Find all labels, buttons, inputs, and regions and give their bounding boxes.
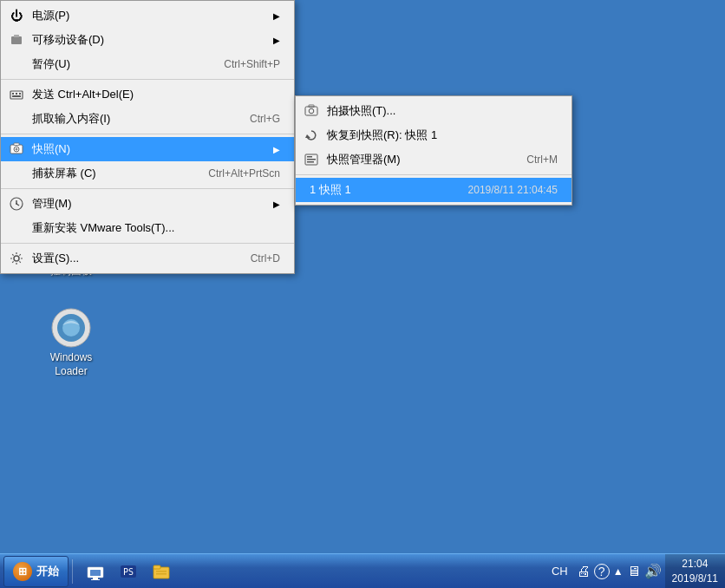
taskbar-quicklaunch: PS bbox=[76, 558, 180, 585]
shortcut-capturescreen: Ctrl+Alt+PrtScn bbox=[208, 167, 280, 180]
svg-rect-10 bbox=[10, 91, 23, 99]
start-button[interactable]: 开始 bbox=[3, 556, 69, 587]
svg-rect-24 bbox=[305, 107, 317, 115]
taskbar-lang: CH bbox=[546, 565, 573, 578]
removable-icon bbox=[8, 31, 25, 49]
svg-text:PS: PS bbox=[123, 567, 134, 577]
svg-rect-18 bbox=[14, 143, 19, 146]
manager-icon bbox=[303, 151, 320, 168]
submenu-label-take: 拍摄快照(T)... bbox=[327, 103, 395, 119]
manage-icon bbox=[8, 195, 25, 212]
menu-label-capture: 抓取输入内容(I) bbox=[32, 111, 110, 127]
shortcut-capture: Ctrl+G bbox=[250, 113, 280, 125]
desktop-icon-winloader[interactable]: WindowsLoader bbox=[36, 308, 106, 378]
shortcut-pause: Ctrl+Shift+P bbox=[224, 58, 280, 70]
arrow-icon-manage: ▶ bbox=[273, 199, 280, 209]
menu-item-capturescreen[interactable]: 捕获屏幕 (C) Ctrl+Alt+PrtScn bbox=[1, 161, 294, 186]
submenu-label-manager: 快照管理器(M) bbox=[327, 152, 401, 167]
menu-item-reinstall[interactable]: 重新安装 VMware Tools(T)... bbox=[1, 216, 294, 240]
svg-rect-34 bbox=[93, 578, 98, 579]
shortcut-manager: Ctrl+M bbox=[526, 154, 558, 166]
svg-rect-35 bbox=[91, 579, 100, 580]
taskbar-icon-network[interactable] bbox=[82, 558, 109, 585]
svg-rect-12 bbox=[16, 93, 17, 95]
separator-4 bbox=[1, 243, 294, 244]
svg-rect-33 bbox=[90, 570, 101, 576]
restore-icon bbox=[303, 127, 320, 144]
menu-label-removable: 可移动设备(D) bbox=[32, 32, 104, 48]
svg-rect-9 bbox=[14, 35, 19, 37]
taskbar-speaker-icon: 🔊 bbox=[644, 563, 662, 579]
menu-item-ctrlaltdel[interactable]: 发送 Ctrl+Alt+Del(E) bbox=[1, 82, 294, 107]
taskbar-chevron-icon[interactable]: ▲ bbox=[613, 565, 624, 578]
menu-label-reinstall: 重新安装 VMware Tools(T)... bbox=[32, 220, 174, 236]
submenu-item-snapshot1[interactable]: 1 快照 1 2019/8/11 21:04:45 bbox=[296, 178, 572, 202]
taskbar-icon-terminal[interactable]: PS bbox=[114, 558, 142, 585]
taskbar-help-icon: ? bbox=[594, 564, 610, 579]
taskbar-clock[interactable]: 21:04 2019/8/11 bbox=[665, 554, 725, 588]
arrow-icon: ▶ bbox=[273, 11, 280, 21]
winloader-label: WindowsLoader bbox=[50, 351, 93, 378]
taskbar-printer-icon: 🖨 bbox=[577, 564, 591, 579]
submenu-label-snapshot1: 1 快照 1 bbox=[310, 182, 351, 198]
winloader-icon bbox=[51, 308, 91, 348]
svg-rect-13 bbox=[19, 93, 21, 95]
desktop: ☁ 控制面板 WindowsLoader ⏻ 电源(P) ▶ bbox=[0, 0, 725, 588]
svg-rect-14 bbox=[12, 95, 21, 97]
clock-date: 2019/8/11 bbox=[672, 572, 718, 586]
keyboard-icon bbox=[8, 86, 25, 103]
menu-label-settings: 设置(S)... bbox=[32, 251, 79, 266]
svg-rect-30 bbox=[307, 159, 316, 160]
submenu-label-restore: 恢复到快照(R): 快照 1 bbox=[327, 127, 437, 143]
svg-rect-8 bbox=[11, 36, 22, 44]
power-icon: ⏻ bbox=[8, 7, 25, 24]
svg-rect-41 bbox=[156, 573, 167, 575]
menu-label-snapshot: 快照(N) bbox=[32, 141, 70, 157]
submenu-separator bbox=[296, 174, 572, 175]
arrow-icon-removable: ▶ bbox=[273, 36, 280, 45]
settings-icon bbox=[8, 250, 25, 267]
start-label: 开始 bbox=[36, 564, 59, 579]
svg-point-25 bbox=[309, 108, 314, 114]
submenu-item-take[interactable]: 拍摄快照(T)... bbox=[296, 99, 572, 123]
menu-item-manage[interactable]: 管理(M) ▶ bbox=[1, 192, 294, 216]
separator-2 bbox=[1, 134, 294, 134]
svg-rect-11 bbox=[12, 93, 14, 95]
snapshot-icon bbox=[8, 140, 25, 158]
start-orb bbox=[13, 562, 32, 581]
menu-item-removable[interactable]: 可移动设备(D) ▶ bbox=[1, 28, 294, 52]
svg-rect-29 bbox=[307, 156, 312, 158]
taskbar-icon-files[interactable] bbox=[147, 558, 175, 585]
arrow-icon-snapshot: ▶ bbox=[273, 145, 280, 154]
submenu-snapshot1-date: 2019/8/11 21:04:45 bbox=[468, 184, 558, 196]
svg-point-22 bbox=[16, 203, 17, 205]
svg-point-17 bbox=[16, 148, 18, 151]
menu-label-pause: 暂停(U) bbox=[32, 56, 70, 72]
clock-time: 21:04 bbox=[672, 557, 718, 572]
svg-marker-27 bbox=[305, 134, 310, 138]
taskbar-divider-1 bbox=[72, 559, 73, 584]
svg-point-23 bbox=[14, 256, 19, 261]
taskbar-sys-icons: 🖨 ? ▲ 🖥 🔊 bbox=[573, 563, 665, 579]
separator-3 bbox=[1, 188, 294, 189]
menu-item-settings[interactable]: 设置(S)... Ctrl+D bbox=[1, 246, 294, 271]
menu-item-capture[interactable]: 抓取输入内容(I) Ctrl+G bbox=[1, 107, 294, 131]
submenu-item-restore[interactable]: 恢复到快照(R): 快照 1 bbox=[296, 123, 572, 147]
shortcut-settings: Ctrl+D bbox=[251, 252, 280, 265]
svg-rect-39 bbox=[153, 565, 160, 569]
menu-item-pause[interactable]: 暂停(U) Ctrl+Shift+P bbox=[1, 52, 294, 76]
submenu: 拍摄快照(T)... 恢复到快照(R): 快照 1 快照管理器(M) Ctrl+… bbox=[295, 95, 572, 206]
taskbar-network-icon: 🖥 bbox=[627, 564, 641, 579]
svg-rect-31 bbox=[307, 161, 314, 163]
menu-label-power: 电源(P) bbox=[32, 8, 69, 23]
svg-rect-26 bbox=[309, 105, 314, 108]
submenu-item-manager[interactable]: 快照管理器(M) Ctrl+M bbox=[296, 147, 572, 172]
taskbar-right: CH 🖨 ? ▲ 🖥 🔊 21:04 2019/8/11 bbox=[546, 554, 725, 588]
separator-1 bbox=[1, 79, 294, 80]
menu-label-manage: 管理(M) bbox=[32, 196, 72, 212]
menu-label-ctrlaltdel: 发送 Ctrl+Alt+Del(E) bbox=[32, 87, 134, 102]
menu-item-power[interactable]: ⏻ 电源(P) ▶ bbox=[1, 3, 294, 28]
menu-item-snapshot[interactable]: 快照(N) ▶ bbox=[1, 137, 294, 161]
menu-label-capturescreen: 捕获屏幕 (C) bbox=[32, 166, 96, 181]
taskbar: 开始 PS bbox=[0, 553, 725, 588]
